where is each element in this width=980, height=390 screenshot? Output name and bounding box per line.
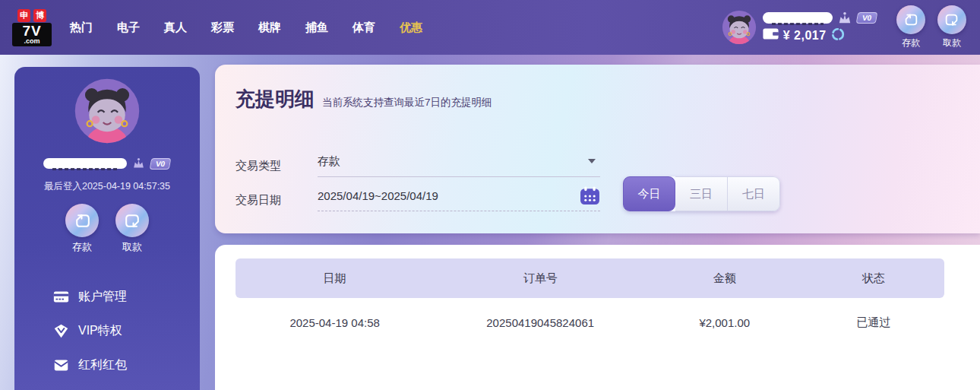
main-nav: 热门 电子 真人 彩票 棋牌 捕鱼 体育 优惠: [70, 21, 422, 35]
user-meta: V0 ¥ 2,017: [763, 11, 877, 44]
refresh-balance-icon[interactable]: [831, 27, 845, 44]
menu-item-label: 红利红包: [78, 357, 127, 373]
cell-order-no: 20250419045824061: [434, 316, 646, 329]
sidebar-quick-actions: 存款 取款: [14, 204, 200, 254]
nav-item-fishing[interactable]: 捕鱼: [305, 21, 328, 35]
nav-item-cards[interactable]: 棋牌: [258, 21, 281, 35]
deposit-icon: [65, 204, 99, 237]
deposit-icon: [896, 5, 925, 34]
red-packet-icon: [53, 357, 69, 373]
transaction-date-row: 交易日期 2025/04/19~2025/04/19: [236, 189, 600, 211]
range-button-today[interactable]: 今日: [623, 176, 675, 211]
logo-main-text: 7V: [14, 24, 49, 38]
nav-item-live[interactable]: 真人: [164, 21, 187, 35]
logo-badge-2: 博: [33, 9, 46, 22]
deposit-label: 存款: [72, 240, 92, 254]
cell-date: 2025-04-19 04:58: [236, 316, 434, 329]
balance-amount: ¥ 2,017: [783, 29, 827, 43]
nav-item-hot[interactable]: 热门: [70, 21, 93, 35]
transaction-type-row: 交易类型 存款: [236, 154, 600, 177]
sidebar: V0 最后登入2025-04-19 04:57:35 存款 取款: [14, 67, 200, 390]
records-table: 日期 订单号 金额 状态 2025-04-19 04:58 2025041904…: [236, 258, 944, 347]
avatar-image: [74, 78, 141, 144]
crown-icon: [131, 157, 146, 170]
sidebar-item-bonus-red-packet[interactable]: 红利红包: [14, 348, 200, 382]
date-range-button-group: 今日 三日 七日: [623, 176, 780, 211]
site-logo[interactable]: 申 博 7V .com: [12, 9, 52, 46]
column-header-amount: 金额: [646, 271, 802, 286]
nav-item-slots[interactable]: 电子: [117, 21, 140, 35]
deposit-button[interactable]: 存款: [896, 5, 925, 49]
logo-badge-1: 申: [17, 9, 30, 22]
column-header-order-no: 订单号: [434, 271, 646, 286]
column-header-status: 状态: [802, 271, 944, 286]
nav-item-lottery[interactable]: 彩票: [211, 21, 234, 35]
column-header-date: 日期: [236, 271, 434, 286]
withdraw-icon: [937, 5, 966, 34]
filter-panel: 充提明细 当前系统支持查询最近7日的充提明细 交易类型 存款 交易日期 2025…: [215, 65, 980, 233]
transaction-type-value: 存款: [318, 154, 340, 167]
sidebar-item-vip-privileges[interactable]: VIP特权: [14, 314, 200, 348]
sidebar-item-account-management[interactable]: 账户管理: [14, 280, 200, 314]
withdraw-label: 取款: [122, 240, 142, 254]
logo-block: 7V .com: [12, 23, 52, 46]
crown-icon: [836, 11, 853, 25]
menu-item-label: VIP特权: [78, 323, 122, 339]
withdraw-icon: [115, 204, 149, 237]
vip-diamond-icon: [53, 323, 69, 339]
table-header: 日期 订单号 金额 状态: [236, 258, 944, 298]
transaction-type-label: 交易类型: [236, 159, 318, 173]
username-redacted: [763, 12, 833, 24]
page-subtitle: 当前系统支持查询最近7日的充提明细: [322, 96, 492, 109]
sidebar-avatar[interactable]: [74, 78, 141, 144]
avatar-image: [722, 10, 757, 45]
transaction-date-input[interactable]: 2025/04/19~2025/04/19: [318, 189, 600, 211]
page-title-row: 充提明细 当前系统支持查询最近7日的充提明细: [215, 65, 980, 113]
nav-item-sports[interactable]: 体育: [352, 21, 375, 35]
transaction-date-label: 交易日期: [236, 193, 318, 208]
bank-card-icon: [53, 289, 69, 305]
withdraw-button[interactable]: 取款: [937, 5, 966, 49]
username-redacted: [43, 158, 127, 169]
chevron-down-icon: [588, 159, 596, 163]
vip-level-badge: V0: [150, 158, 172, 170]
top-header: 申 博 7V .com 热门 电子 真人 彩票 棋牌 捕鱼 体育 优惠: [0, 0, 980, 55]
calendar-icon[interactable]: [580, 186, 600, 205]
sidebar-deposit-button[interactable]: 存款: [65, 204, 99, 254]
nav-item-promos[interactable]: 优惠: [400, 21, 422, 35]
range-button-3days[interactable]: 三日: [675, 176, 728, 211]
cell-status: 已通过: [802, 315, 944, 330]
logo-suffix-text: .com: [14, 38, 49, 45]
vip-level-badge: V0: [855, 12, 877, 24]
cell-amount: ¥2,001.00: [646, 316, 802, 329]
withdraw-label: 取款: [943, 36, 961, 49]
transaction-date-value: 2025/04/19~2025/04/19: [318, 189, 438, 202]
username-row: V0: [763, 11, 877, 25]
page: { "colors": { "accent_purple": "#6c5cc0"…: [0, 0, 980, 390]
last-login-text: 最后登入2025-04-19 04:57:35: [14, 180, 200, 193]
sidebar-menu: 账户管理 VIP特权 红利红包: [14, 280, 200, 382]
header-user-area: V0 ¥ 2,017: [722, 5, 971, 49]
deposit-label: 存款: [902, 36, 920, 49]
records-panel: 日期 订单号 金额 状态 2025-04-19 04:58 2025041904…: [215, 245, 980, 390]
range-button-7days[interactable]: 七日: [728, 176, 780, 211]
menu-item-label: 账户管理: [78, 289, 127, 305]
wallet-icon: [763, 28, 779, 43]
transaction-type-select[interactable]: 存款: [318, 154, 600, 177]
table-row: 2025-04-19 04:58 20250419045824061 ¥2,00…: [236, 298, 944, 347]
balance-row: ¥ 2,017: [763, 27, 877, 44]
user-avatar[interactable]: [722, 10, 757, 45]
sidebar-username-row: V0: [14, 157, 200, 170]
page-title: 充提明细: [236, 86, 315, 113]
header-actions: 存款 取款: [896, 5, 966, 49]
sidebar-withdraw-button[interactable]: 取款: [115, 204, 149, 254]
logo-badges: 申 博: [12, 9, 52, 22]
